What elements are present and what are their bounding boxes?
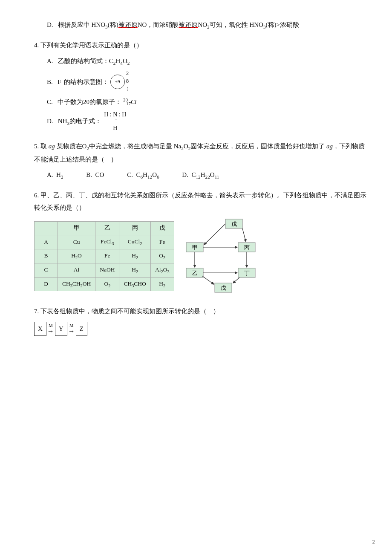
q4-c-label: C. 中子数为20的氯原子： bbox=[47, 96, 121, 108]
q5-option-c: C. C6H12O6 bbox=[127, 171, 159, 178]
table-row: A Cu FeCl3 CuCl2 Fe bbox=[35, 235, 174, 249]
q4-b-label: B. F−的结构示意图： bbox=[47, 75, 109, 88]
row-c-bing: H2 bbox=[119, 263, 150, 277]
q4-option-c: C. 中子数为20的氯原子： 2017Cl bbox=[47, 95, 366, 108]
electron-shells: 28) bbox=[126, 69, 129, 92]
row-d-yi: O2 bbox=[95, 277, 119, 291]
svg-text:丙: 丙 bbox=[244, 244, 249, 251]
row-c-yi: NaOH bbox=[95, 263, 119, 277]
ag-var-2: ag bbox=[326, 143, 333, 150]
row-a-yi: FeCl3 bbox=[95, 235, 119, 249]
row-a-bing: CuCl2 bbox=[119, 235, 150, 249]
row-b-wu: O2 bbox=[150, 249, 174, 263]
row-c-label: C bbox=[35, 263, 58, 277]
f-minus-diagram: +9 28) bbox=[110, 70, 129, 93]
question-4: 4. 下列有关化学用语表示正确的是（） A. 乙酸的结构简式：C2H4O2 B.… bbox=[34, 39, 366, 133]
svg-line-18 bbox=[202, 276, 214, 284]
oxidized-text-1: 被还原 bbox=[118, 21, 138, 28]
row-b-jia: H2O bbox=[58, 249, 95, 263]
row-a-jia: Cu bbox=[58, 235, 95, 249]
ag-var-1: ag bbox=[49, 143, 55, 150]
row-b-bing: H2 bbox=[119, 249, 150, 263]
arrow-m2: M → bbox=[68, 323, 75, 335]
th-jia: 甲 bbox=[58, 222, 95, 235]
svg-text:乙: 乙 bbox=[192, 270, 197, 276]
svg-text:丁: 丁 bbox=[244, 270, 249, 276]
table-row: C Al NaOH H2 Al2O3 bbox=[35, 263, 174, 277]
q6-table-area: 甲 乙 丙 戊 A Cu FeCl3 CuCl2 Fe B bbox=[34, 217, 174, 295]
row-d-label: D bbox=[35, 277, 58, 291]
svg-text:戊: 戊 bbox=[231, 221, 236, 227]
q5-title: 5. 取 ag 某物质在O2中完全燃烧，将生成物与足量 Na2O2固体完全反应，… bbox=[34, 140, 366, 165]
q5-option-b: B. CO bbox=[86, 171, 104, 178]
box-x: X bbox=[34, 322, 46, 336]
row-b-yi: Fe bbox=[95, 249, 119, 263]
arrow-m1: M → bbox=[47, 323, 54, 335]
box-z: Z bbox=[76, 322, 87, 336]
q7-title: 7. 下表各组物质中，物质之间不可能实现如图所示转化的是（ ） bbox=[34, 305, 366, 318]
option-d-text: D. 根据反应中 HNO3(稀)被还原NO，而浓硝酸被还原NO2可知，氧化性 H… bbox=[47, 19, 366, 32]
q5-option-a: A. H2 bbox=[47, 171, 63, 178]
svg-text:戊: 戊 bbox=[220, 285, 226, 291]
row-d-jia: CH3CH2OH bbox=[58, 277, 95, 291]
table-row: D CH3CH2OH O2 CH3CHO H2 bbox=[35, 277, 174, 291]
row-a-wu: Fe bbox=[150, 235, 174, 249]
question-7: 7. 下表各组物质中，物质之间不可能实现如图所示转化的是（ ） X M → Y … bbox=[34, 305, 366, 336]
svg-line-19 bbox=[233, 278, 239, 283]
question-5: 5. 取 ag 某物质在O2中完全燃烧，将生成物与足量 Na2O2固体完全反应，… bbox=[34, 140, 366, 182]
q6-underline: 不满足 bbox=[334, 192, 354, 199]
q6-title: 6. 甲、乙、丙、丁、戊的相互转化关系如图所示（反应条件略去，箭头表示一步转化）… bbox=[34, 189, 366, 214]
th-wu: 戊 bbox=[150, 222, 174, 235]
th-empty bbox=[35, 222, 58, 235]
table-row: B H2O Fe H2 O2 bbox=[35, 249, 174, 263]
th-bing: 丙 bbox=[119, 222, 150, 235]
conversion-diagram-svg: 戊 甲 丙 乙 丁 戊 bbox=[179, 217, 264, 294]
q6-diagram-area: 戊 甲 丙 乙 丁 戊 bbox=[179, 217, 264, 298]
svg-text:甲: 甲 bbox=[192, 244, 197, 251]
question-6: 6. 甲、乙、丙、丁、戊的相互转化关系如图所示（反应条件略去，箭头表示一步转化）… bbox=[34, 189, 366, 298]
arrow-right-2: → bbox=[68, 328, 75, 335]
box-y: Y bbox=[55, 322, 67, 336]
row-c-jia: Al bbox=[58, 263, 95, 277]
row-a-label: A bbox=[35, 235, 58, 249]
nh3-electron-formula: H : N : H ̈ H bbox=[104, 110, 126, 133]
atom-circle: +9 bbox=[110, 75, 125, 89]
q5-option-d: D. C12H22O11 bbox=[182, 171, 219, 178]
svg-line-17 bbox=[242, 228, 246, 242]
option-d-sub: D. 根据反应中 HNO3(稀)被还原NO，而浓硝酸被还原NO2可知，氧化性 H… bbox=[34, 19, 366, 32]
q4-d-label: D. NH3的电子式： bbox=[47, 115, 101, 128]
cl-isotope: 2017Cl bbox=[123, 95, 136, 108]
row-c-wu: Al2O3 bbox=[150, 263, 174, 277]
q5-options-row: A. H2 B. CO C. C6H12O6 D. C12H22O11 bbox=[47, 169, 366, 182]
row-d-bing: CH3CHO bbox=[119, 277, 150, 291]
row-d-wu: H2 bbox=[150, 277, 174, 291]
q4-option-a: A. 乙酸的结构简式：C2H4O2 bbox=[47, 55, 366, 68]
q6-table: 甲 乙 丙 戊 A Cu FeCl3 CuCl2 Fe B bbox=[34, 221, 174, 291]
row-b-label: B bbox=[35, 249, 58, 263]
q6-content-area: 甲 乙 丙 戊 A Cu FeCl3 CuCl2 Fe B bbox=[34, 217, 366, 298]
arrow-right-1: → bbox=[47, 328, 54, 335]
svg-line-16 bbox=[204, 224, 225, 245]
q4-title: 4. 下列有关化学用语表示正确的是（） bbox=[34, 39, 366, 52]
q4-option-b: B. F−的结构示意图： +9 28) bbox=[47, 70, 366, 93]
q4-option-d: D. NH3的电子式： H : N : H ̈ H bbox=[47, 110, 366, 133]
xyz-diagram: X M → Y M → Z bbox=[34, 322, 366, 336]
th-yi: 乙 bbox=[95, 222, 119, 235]
oxidized-text-2: 被还原 bbox=[179, 21, 198, 28]
